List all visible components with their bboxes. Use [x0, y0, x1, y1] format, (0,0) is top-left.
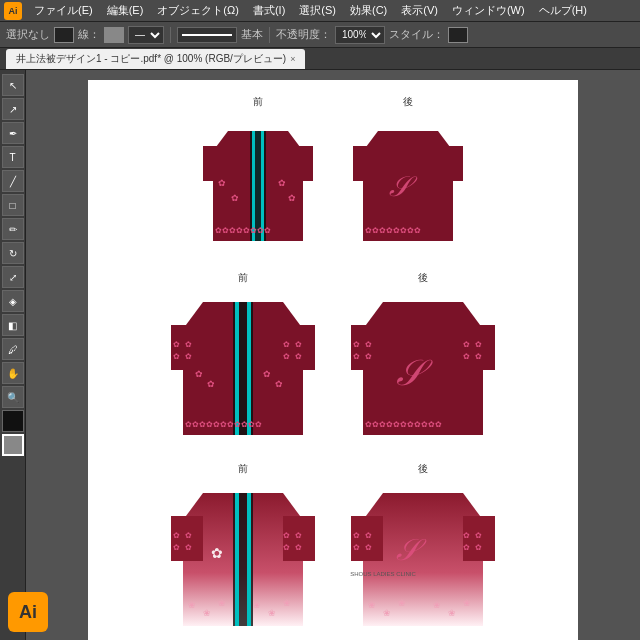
svg-text:✿: ✿ [365, 531, 372, 540]
happi-back-gradient: 後 ✿ ✿ [343, 462, 503, 633]
svg-rect-5 [252, 131, 255, 241]
blend-tool[interactable]: ◈ [2, 290, 24, 312]
type-tool[interactable]: T [2, 146, 24, 168]
happi-label-front-3: 前 [238, 462, 248, 476]
happi-row-1: 前 ✿ [103, 95, 563, 251]
menu-effect[interactable]: 効果(C) [344, 1, 393, 20]
svg-rect-30 [247, 302, 251, 435]
happi-back-small: 後 𝒮 ✿✿✿✿✿✿✿✿ [343, 95, 473, 251]
svg-text:✿✿✿✿✿✿✿✿: ✿✿✿✿✿✿✿✿ [365, 226, 421, 235]
menu-help[interactable]: ヘルプ(H) [533, 1, 593, 20]
svg-text:✿: ✿ [353, 340, 360, 349]
gradient-tool[interactable]: ◧ [2, 314, 24, 336]
divider-2 [269, 27, 270, 43]
svg-text:✿: ✿ [463, 340, 470, 349]
fill-tool[interactable] [2, 410, 24, 432]
svg-text:✿: ✿ [295, 352, 302, 361]
app-icon: Ai [4, 2, 22, 20]
happi-front-small: 前 ✿ [193, 95, 323, 251]
svg-text:❀: ❀ [368, 600, 376, 610]
happi-label-front-2: 前 [238, 271, 248, 285]
happi-label-back-3: 後 [418, 462, 428, 476]
stroke-style-label: 基本 [241, 27, 263, 42]
menu-file[interactable]: ファイル(E) [28, 1, 99, 20]
artboard: 前 ✿ [88, 80, 578, 640]
svg-text:✿: ✿ [283, 531, 290, 540]
svg-text:✿: ✿ [295, 340, 302, 349]
svg-text:✿✿✿✿✿✿✿✿: ✿✿✿✿✿✿✿✿ [215, 226, 271, 235]
line-tool[interactable]: ╱ [2, 170, 24, 192]
happi-label-back-2: 後 [418, 271, 428, 285]
svg-text:✿: ✿ [295, 531, 302, 540]
menu-window[interactable]: ウィンドウ(W) [446, 1, 531, 20]
menu-select[interactable]: 選択(S) [293, 1, 342, 20]
happi-row-2: 前 ✿ ✿ ✿ ✿ ✿ ✿ ✿ ✿ [103, 271, 563, 442]
hand-tool[interactable]: ✋ [2, 362, 24, 384]
rect-tool[interactable]: □ [2, 194, 24, 216]
stroke-weight-select[interactable]: — [128, 26, 164, 44]
stroke-tool[interactable] [2, 434, 24, 456]
ai-logo: Ai [8, 592, 48, 632]
tab-title: 井上法被デザイン1 - コピー.pdf* @ 100% (RGB/プレビュー) [16, 52, 286, 66]
svg-rect-14 [438, 146, 463, 181]
svg-text:✿✿✿✿✿✿✿✿✿✿✿: ✿✿✿✿✿✿✿✿✿✿✿ [185, 420, 262, 429]
svg-text:✿: ✿ [263, 369, 271, 379]
happi-row-3: 前 ✿ ✿ [103, 462, 563, 633]
svg-text:❀: ❀ [283, 598, 291, 608]
svg-text:❀: ❀ [218, 598, 226, 608]
scale-tool[interactable]: ⤢ [2, 266, 24, 288]
svg-text:✿: ✿ [288, 193, 296, 203]
stroke-swatch[interactable] [104, 27, 124, 43]
svg-rect-61 [235, 493, 239, 626]
main-area: ↖ ↗ ✒ T ╱ □ ✏ ↻ ⤢ ◈ ◧ 🖊 ✋ 🔍 前 [0, 70, 640, 640]
svg-text:✿: ✿ [475, 543, 482, 552]
stroke-label-text: 線： [78, 27, 100, 42]
svg-text:✿: ✿ [475, 352, 482, 361]
document-tab[interactable]: 井上法被デザイン1 - コピー.pdf* @ 100% (RGB/プレビュー) … [6, 49, 305, 69]
menu-edit[interactable]: 編集(E) [101, 1, 150, 20]
svg-text:✿: ✿ [475, 531, 482, 540]
svg-text:✿: ✿ [283, 340, 290, 349]
rotate-tool[interactable]: ↻ [2, 242, 24, 264]
svg-text:✿: ✿ [278, 178, 286, 188]
svg-rect-62 [247, 493, 251, 626]
svg-text:✿: ✿ [218, 178, 226, 188]
svg-rect-1 [203, 146, 228, 181]
style-swatch[interactable] [448, 27, 468, 43]
tab-close-button[interactable]: × [290, 54, 295, 64]
opacity-label: 不透明度： [276, 27, 331, 42]
toolbox: ↖ ↗ ✒ T ╱ □ ✏ ↻ ⤢ ◈ ◧ 🖊 ✋ 🔍 [0, 70, 26, 640]
canvas-area[interactable]: 前 ✿ [26, 70, 640, 640]
svg-text:✿: ✿ [185, 543, 192, 552]
svg-text:✿: ✿ [211, 545, 223, 561]
line-preview [177, 27, 237, 43]
opacity-select[interactable]: 100% [335, 26, 385, 44]
svg-text:✿✿✿✿✿✿✿✿✿✿✿: ✿✿✿✿✿✿✿✿✿✿✿ [365, 420, 442, 429]
eyedropper-tool[interactable]: 🖊 [2, 338, 24, 360]
svg-text:❀: ❀ [203, 608, 211, 618]
happi-front-svg-2: ✿ ✿ ✿ ✿ ✿ ✿ ✿ ✿ ✿ [163, 287, 323, 442]
svg-text:✿: ✿ [353, 531, 360, 540]
svg-text:❀: ❀ [383, 608, 391, 618]
selection-tool[interactable]: ↖ [2, 74, 24, 96]
svg-text:✿: ✿ [185, 340, 192, 349]
happi-front-gradient: 前 ✿ ✿ [163, 462, 323, 633]
fill-swatch[interactable] [54, 27, 74, 43]
menu-object[interactable]: オブジェクト(Ω) [151, 1, 245, 20]
svg-text:✿: ✿ [353, 543, 360, 552]
svg-text:✿: ✿ [463, 543, 470, 552]
svg-text:✿: ✿ [195, 369, 203, 379]
svg-text:SHOUS LADIES CLINIC: SHOUS LADIES CLINIC [350, 571, 416, 577]
zoom-tool[interactable]: 🔍 [2, 386, 24, 408]
svg-text:✿: ✿ [463, 531, 470, 540]
menu-view[interactable]: 表示(V) [395, 1, 444, 20]
svg-text:✿: ✿ [283, 352, 290, 361]
menu-format[interactable]: 書式(I) [247, 1, 291, 20]
svg-text:❀: ❀ [188, 600, 196, 610]
pen-tool[interactable]: ✒ [2, 122, 24, 144]
happi-front-svg-1: ✿ ✿ ✿ ✿ ✿✿✿✿✿✿✿✿ [193, 111, 323, 251]
direct-select-tool[interactable]: ↗ [2, 98, 24, 120]
brush-tool[interactable]: ✏ [2, 218, 24, 240]
svg-text:✿: ✿ [283, 543, 290, 552]
svg-text:❀: ❀ [463, 598, 471, 608]
